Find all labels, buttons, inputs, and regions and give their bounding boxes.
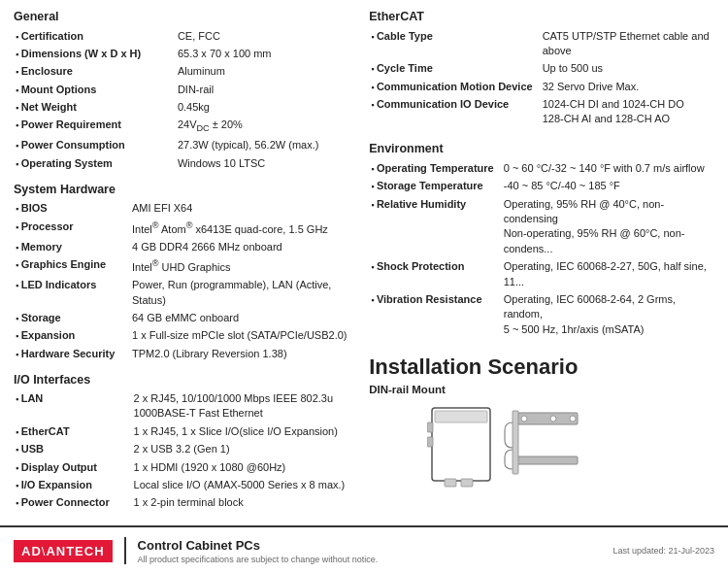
table-row: Cable TypeCAT5 UTP/STP Ethernet cable an… — [369, 27, 714, 60]
ethercat-table: Cable TypeCAT5 UTP/STP Ethernet cable an… — [369, 27, 714, 128]
svg-point-9 — [550, 416, 556, 422]
table-row: Cycle TimeUp to 500 us — [369, 60, 714, 78]
table-row: Net Weight0.45kg — [14, 99, 349, 117]
table-row: Operating SystemWindows 10 LTSC — [14, 154, 349, 172]
table-row: BIOSAMI EFI X64 — [14, 200, 349, 218]
logo-box: AD\ANTECH — [14, 540, 113, 562]
spec-label: EtherCAT — [14, 422, 132, 440]
spec-value: AMI EFI X64 — [130, 200, 349, 218]
svg-rect-4 — [445, 479, 456, 487]
spec-value: 64 GB eMMC onboard — [130, 309, 349, 326]
spec-label: Storage Temperature — [369, 178, 502, 195]
svg-point-8 — [521, 416, 527, 422]
footer: AD\ANTECH Control Cabinet PCs All produc… — [0, 525, 728, 574]
table-row: Communication Motion Device32 Servo Driv… — [369, 78, 714, 95]
spec-value: 27.3W (typical), 56.2W (max.) — [176, 137, 349, 154]
footer-note: All product specifications are subject t… — [138, 555, 379, 564]
spec-value: DIN-rail — [176, 81, 349, 98]
spec-label: Power Consumption — [14, 137, 176, 154]
installation-title: Installation Scenario — [369, 355, 714, 380]
table-row: ProcessorIntel® Atom® x6413E quad-core, … — [14, 218, 349, 238]
spec-label: Graphics Engine — [14, 256, 130, 277]
spec-value: 0 ~ 60 °C/-32 ~ 140 °F with 0.7 m/s airf… — [502, 159, 714, 177]
right-column: EtherCAT Cable TypeCAT5 UTP/STP Ethernet… — [359, 10, 714, 512]
table-row: Mount OptionsDIN-rail — [14, 81, 349, 98]
spec-label: Net Weight — [14, 99, 176, 117]
spec-value: Intel® Atom® x6413E quad-core, 1.5 GHz — [130, 218, 349, 238]
spec-value: 1 x Full-size mPCIe slot (SATA/PCIe/USB2… — [130, 327, 349, 345]
table-row: I/O ExpansionLocal slice I/O (AMAX-5000 … — [14, 477, 349, 494]
table-row: Expansion1 x Full-size mPCIe slot (SATA/… — [14, 327, 349, 345]
table-row: Power Consumption27.3W (typical), 56.2W … — [14, 137, 349, 154]
spec-label: Operating System — [14, 154, 176, 172]
general-table: CertificationCE, FCCDimensions (W x D x … — [14, 27, 349, 173]
table-row: Power Connector1 x 2-pin terminal block — [14, 494, 349, 512]
svg-rect-5 — [461, 479, 473, 487]
spec-value: 1 x HDMI (1920 x 1080 @60Hz) — [132, 458, 350, 476]
left-column: General CertificationCE, FCCDimensions (… — [14, 10, 359, 512]
table-row: Storage64 GB eMMC onboard — [14, 309, 349, 326]
spec-value: CAT5 UTP/STP Ethernet cable and above — [541, 27, 714, 60]
spec-value: 1 x RJ45, 1 x Slice I/O(slice I/O Expans… — [132, 422, 350, 440]
svg-point-10 — [570, 416, 576, 422]
spec-label: Communication IO Device — [369, 96, 540, 129]
table-row: Memory4 GB DDR4 2666 MHz onboard — [14, 238, 349, 255]
spec-label: Certification — [14, 27, 176, 45]
environment-table: Operating Temperature0 ~ 60 °C/-32 ~ 140… — [369, 159, 714, 338]
environment-title: Environment — [369, 142, 714, 155]
table-row: Relative HumidityOperating, 95% RH @ 40°… — [369, 195, 714, 258]
spec-value: Power, Run (programmable), LAN (Active, … — [130, 277, 349, 310]
spec-value: 2 x USB 3.2 (Gen 1) — [132, 441, 350, 458]
table-row: Display Output1 x HDMI (1920 x 1080 @60H… — [14, 458, 349, 476]
spec-label: Expansion — [14, 327, 130, 345]
footer-updated: Last updated: 21-Jul-2023 — [612, 546, 714, 556]
spec-label: LAN — [14, 390, 132, 423]
general-title: General — [14, 10, 349, 23]
table-row: Hardware SecurityTPM2.0 (Library Reversi… — [14, 345, 349, 362]
footer-logo: AD\ANTECH — [14, 540, 113, 562]
table-row: Graphics EngineIntel® UHD Graphics — [14, 256, 349, 277]
spec-value: 1 x 2-pin terminal block — [132, 494, 350, 512]
spec-label: Power Connector — [14, 494, 132, 512]
spec-label: Storage — [14, 309, 130, 326]
spec-value: 24VDC ± 20% — [176, 117, 349, 137]
table-row: EtherCAT1 x RJ45, 1 x Slice I/O(slice I/… — [14, 422, 349, 440]
svg-rect-11 — [513, 411, 518, 474]
spec-label: Vibration Resistance — [369, 290, 502, 338]
table-row: Power Requirement24VDC ± 20% — [14, 117, 349, 137]
spec-value: Operating, 95% RH @ 40°C, non-condensing… — [502, 195, 714, 258]
footer-left-group: Control Cabinet PCs All product specific… — [138, 538, 379, 564]
spec-value: 65.3 x 70 x 100 mm — [176, 45, 349, 62]
table-row: LED IndicatorsPower, Run (programmable),… — [14, 277, 349, 310]
spec-label: I/O Expansion — [14, 477, 132, 494]
spec-label: Hardware Security — [14, 345, 130, 362]
spec-value: 32 Servo Drive Max. — [541, 78, 714, 95]
spec-value: 0.45kg — [176, 99, 349, 117]
svg-rect-3 — [427, 437, 433, 447]
spec-value: Local slice I/O (AMAX-5000 Series x 8 ma… — [132, 477, 350, 494]
spec-value: Up to 500 us — [541, 60, 714, 78]
spec-value: 4 GB DDR4 2666 MHz onboard — [130, 238, 349, 255]
spec-value: Operating, IEC 60068-2-64, 2 Grms, rando… — [502, 290, 714, 338]
table-row: Operating Temperature0 ~ 60 °C/-32 ~ 140… — [369, 159, 714, 177]
spec-label: Memory — [14, 238, 130, 255]
spec-label: USB — [14, 441, 132, 458]
spec-label: Power Requirement — [14, 117, 176, 137]
dinrail-label: DIN-rail Mount — [369, 384, 714, 395]
spec-value: -40 ~ 85 °C/-40 ~ 185 °F — [502, 178, 714, 195]
dinrail-svg — [427, 403, 582, 495]
spec-label: BIOS — [14, 200, 130, 218]
logo-text: AD\ANTECH — [21, 544, 105, 558]
table-row: LAN2 x RJ45, 10/100/1000 Mbps IEEE 802.3… — [14, 390, 349, 423]
svg-rect-7 — [514, 456, 578, 464]
spec-label: Shock Protection — [369, 258, 502, 291]
table-row: Storage Temperature-40 ~ 85 °C/-40 ~ 185… — [369, 178, 714, 195]
system-hardware-table: BIOSAMI EFI X64ProcessorIntel® Atom® x64… — [14, 200, 349, 363]
footer-product: Control Cabinet PCs — [138, 538, 379, 553]
spec-label: Communication Motion Device — [369, 78, 540, 95]
spec-label: LED Indicators — [14, 277, 130, 310]
table-row: EnclosureAluminum — [14, 63, 349, 81]
spec-label: Display Output — [14, 458, 132, 476]
table-row: Shock ProtectionOperating, IEC 60068-2-2… — [369, 258, 714, 291]
table-row: Vibration ResistanceOperating, IEC 60068… — [369, 290, 714, 338]
